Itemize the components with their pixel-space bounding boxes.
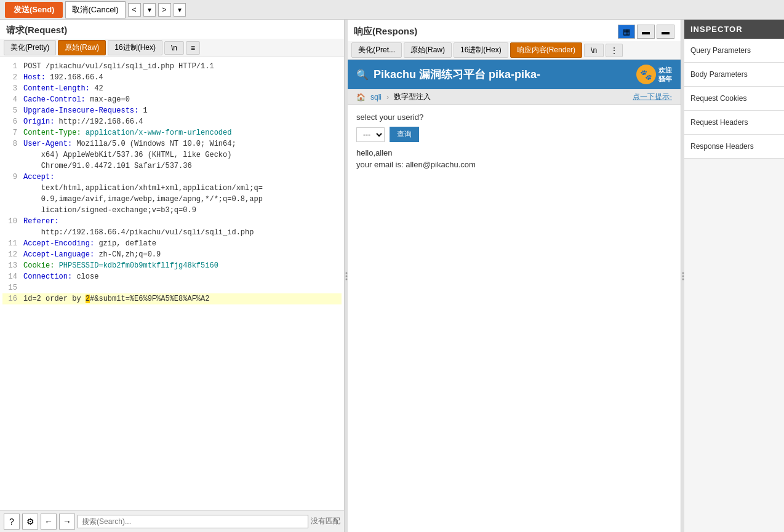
resize-handle-right[interactable] bbox=[681, 20, 684, 532]
code-line-15: 15 bbox=[2, 282, 342, 293]
code-line-1: 1 POST /pikachu/vul/sqli/sqli_id.php HTT… bbox=[2, 61, 342, 72]
code-line-7: 7 Content-Type: application/x-www-form-u… bbox=[2, 127, 342, 138]
result-line-1: hello,allen bbox=[356, 148, 672, 157]
code-line-5: 5 Upgrade-Insecure-Requests: 1 bbox=[2, 105, 342, 116]
settings-button[interactable]: ⚙ bbox=[22, 514, 38, 530]
nav-arrow: › bbox=[386, 93, 389, 101]
response-content: 🔍 Pikachu 漏洞练习平台 pika-pika- 🐾 欢迎骚年 🏠 sql… bbox=[348, 60, 681, 532]
request-tab-bar: 美化(Pretty) 原始(Raw) 16进制(Hex) \n ≡ bbox=[0, 39, 344, 57]
tab-render-response[interactable]: 响应内容(Render) bbox=[510, 42, 582, 58]
query-button[interactable]: 查询 bbox=[390, 127, 419, 142]
result-line-2: your email is: allen@pikachu.com bbox=[356, 160, 672, 169]
code-line-9: 9 Accept: text/html,application/xhtml+xm… bbox=[2, 172, 342, 216]
nav-next-down-button[interactable]: ▾ bbox=[174, 3, 186, 17]
site-header: 🔍 Pikachu 漏洞练习平台 pika-pika- 🐾 欢迎骚年 bbox=[348, 60, 681, 89]
tab-menu-request[interactable]: ≡ bbox=[186, 41, 200, 55]
site-body: select your userid? --- 查询 hello,allen y… bbox=[348, 105, 681, 179]
response-tab-bar: 美化(Pret... 原始(Raw) 16进制(Hex) 响应内容(Render… bbox=[348, 41, 681, 60]
code-line-3: 3 Content-Length: 42 bbox=[2, 83, 342, 94]
search-input[interactable] bbox=[78, 515, 308, 528]
inspector-response-headers[interactable]: Response Headers bbox=[684, 135, 784, 159]
response-header: 响应(Respons) ▦ ▬ ▬ bbox=[348, 20, 681, 41]
main-container: 请求(Request) 美化(Pretty) 原始(Raw) 16进制(Hex)… bbox=[0, 20, 784, 532]
tab-pretty-response[interactable]: 美化(Pret... bbox=[351, 42, 402, 58]
nav-prev-down-button[interactable]: ▾ bbox=[143, 3, 156, 17]
nav-home-icon: 🏠 bbox=[356, 93, 366, 101]
code-line-6: 6 Origin: http://192.168.66.4 bbox=[2, 116, 342, 127]
view-icon-split[interactable]: ▦ bbox=[618, 25, 635, 39]
search-icon: 🔍 bbox=[356, 69, 369, 81]
response-panel: 响应(Respons) ▦ ▬ ▬ 美化(Pret... 原始(Raw) 16进… bbox=[348, 20, 681, 532]
inspector-header: INSPECTOR bbox=[684, 20, 784, 39]
view-icon-bottom[interactable]: ▬ bbox=[657, 25, 674, 39]
welcome-text: 欢迎骚年 bbox=[658, 66, 672, 84]
left-bottom-bar: ? ⚙ ← → 没有匹配 bbox=[0, 510, 344, 532]
forward-button[interactable]: → bbox=[59, 514, 75, 530]
code-line-12: 12 Accept-Language: zh-CN,zh;q=0.9 bbox=[2, 249, 342, 260]
avatar: 🐾 bbox=[636, 65, 656, 84]
inspector-panel: INSPECTOR Query Parameters Body Paramete… bbox=[684, 20, 784, 532]
nav-sqli-link[interactable]: sqli bbox=[370, 93, 382, 101]
code-line-8: 8 User-Agent: Mozilla/5.0 (Windows NT 10… bbox=[2, 138, 342, 172]
tab-pretty-request[interactable]: 美化(Pretty) bbox=[4, 40, 56, 55]
code-line-16: 16 id=2 order by 2#&submit=%E6%9F%A5%E8%… bbox=[2, 293, 342, 304]
send-button[interactable]: 发送(Send) bbox=[5, 2, 63, 18]
resize-handle-left[interactable] bbox=[345, 20, 348, 532]
code-line-2: 2 Host: 192.168.66.4 bbox=[2, 72, 342, 83]
inspector-request-cookies[interactable]: Request Cookies bbox=[684, 87, 784, 111]
nav-hint-link[interactable]: 点一下提示- bbox=[633, 92, 672, 102]
request-code-area: 1 POST /pikachu/vul/sqli/sqli_id.php HTT… bbox=[0, 57, 344, 510]
nav-next-button[interactable]: > bbox=[158, 3, 171, 17]
userid-select[interactable]: --- bbox=[356, 127, 385, 142]
tab-newline-response[interactable]: \n bbox=[584, 44, 604, 57]
request-title: 请求(Request) bbox=[0, 20, 344, 39]
inspector-request-headers[interactable]: Request Headers bbox=[684, 111, 784, 135]
nav-prev-button[interactable]: < bbox=[128, 3, 141, 17]
code-line-13: 13 Cookie: PHPSESSID=kdb2fm0b9mtkfllfjg4… bbox=[2, 260, 342, 271]
top-toolbar: 发送(Send) 取消(Cancel) < ▾ > ▾ bbox=[0, 0, 784, 20]
site-title: Pikachu 漏洞练习平台 pika-pika- bbox=[374, 67, 540, 82]
tab-hex-response[interactable]: 16进制(Hex) bbox=[454, 42, 508, 58]
tab-raw-request[interactable]: 原始(Raw) bbox=[58, 40, 106, 55]
cancel-button[interactable]: 取消(Cancel) bbox=[65, 1, 125, 18]
tab-newline-request[interactable]: \n bbox=[164, 41, 184, 55]
view-icon-top[interactable]: ▬ bbox=[637, 25, 655, 39]
back-button[interactable]: ← bbox=[41, 514, 57, 530]
code-line-4: 4 Cache-Control: max-age=0 bbox=[2, 94, 342, 105]
site-nav: 🏠 sqli › 数字型注入 点一下提示- bbox=[348, 89, 681, 105]
inspector-body-params[interactable]: Body Parameters bbox=[684, 63, 784, 87]
help-button[interactable]: ? bbox=[4, 514, 20, 530]
pikachu-site: 🔍 Pikachu 漏洞练习平台 pika-pika- 🐾 欢迎骚年 🏠 sql… bbox=[348, 60, 681, 532]
select-label: select your userid? bbox=[356, 113, 672, 122]
tab-menu-response[interactable]: ⋮ bbox=[606, 44, 623, 57]
nav-current: 数字型注入 bbox=[394, 92, 431, 102]
view-icons: ▦ ▬ ▬ bbox=[618, 25, 674, 39]
no-match-text: 没有匹配 bbox=[311, 516, 340, 526]
select-row: --- 查询 bbox=[356, 127, 672, 142]
code-line-10: 10 Referer: http://192.168.66.4/pikachu/… bbox=[2, 216, 342, 238]
request-panel: 请求(Request) 美化(Pretty) 原始(Raw) 16进制(Hex)… bbox=[0, 20, 345, 532]
response-title: 响应(Respons) bbox=[354, 26, 618, 38]
tab-raw-response[interactable]: 原始(Raw) bbox=[404, 42, 452, 58]
welcome-box: 🐾 欢迎骚年 bbox=[636, 65, 672, 84]
code-line-11: 11 Accept-Encoding: gzip, deflate bbox=[2, 238, 342, 249]
tab-hex-request[interactable]: 16进制(Hex) bbox=[108, 40, 162, 55]
inspector-query-params[interactable]: Query Parameters bbox=[684, 39, 784, 63]
code-line-14: 14 Connection: close bbox=[2, 271, 342, 282]
